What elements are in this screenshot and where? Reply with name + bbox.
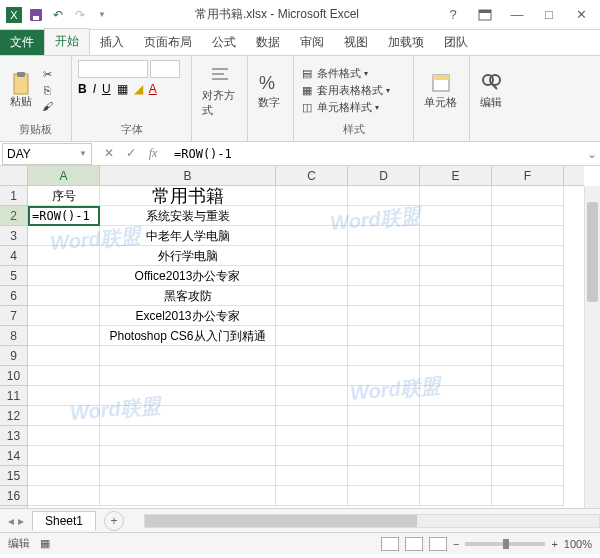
cell[interactable] [348,226,420,246]
cell[interactable] [492,346,564,366]
tab-home[interactable]: 开始 [44,28,90,55]
help-button[interactable]: ? [438,5,468,25]
macro-record-icon[interactable]: ▦ [40,537,50,550]
cell[interactable] [492,326,564,346]
cell[interactable] [492,286,564,306]
cell[interactable] [348,286,420,306]
row-header[interactable]: 13 [0,426,27,446]
cell[interactable] [492,426,564,446]
cell[interactable] [28,306,100,326]
add-sheet-button[interactable]: + [104,511,124,531]
cell[interactable] [348,326,420,346]
cell[interactable] [348,186,420,206]
cell[interactable] [348,206,420,226]
cell-styles-button[interactable]: ◫单元格样式▾ [300,100,390,115]
row-header[interactable]: 2 [0,206,27,226]
cut-icon[interactable]: ✂ [40,67,54,81]
cell[interactable] [492,266,564,286]
view-normal-button[interactable] [381,537,399,551]
number-button[interactable]: %数字 [254,71,284,112]
cell[interactable] [420,226,492,246]
cell[interactable] [420,266,492,286]
ribbon-options-button[interactable] [470,5,500,25]
cell[interactable] [276,366,348,386]
cell[interactable] [100,406,276,426]
row-header[interactable]: 8 [0,326,27,346]
format-painter-icon[interactable]: 🖌 [40,99,54,113]
tab-team[interactable]: 团队 [434,30,478,55]
cell[interactable]: Photoshop CS6从入门到精通 [100,326,276,346]
zoom-slider[interactable] [465,542,545,546]
font-name-select[interactable] [78,60,148,78]
row-header[interactable]: 5 [0,266,27,286]
cell[interactable] [420,286,492,306]
italic-button[interactable]: I [93,82,96,96]
formula-enter-button[interactable]: ✓ [122,146,140,161]
cell[interactable] [276,426,348,446]
cell[interactable] [276,226,348,246]
zoom-slider-thumb[interactable] [503,539,509,549]
cell[interactable] [348,426,420,446]
cell[interactable] [348,366,420,386]
cell[interactable] [276,306,348,326]
column-header[interactable]: B [100,166,276,185]
cell[interactable] [28,426,100,446]
tab-file[interactable]: 文件 [0,30,44,55]
table-format-button[interactable]: ▦套用表格格式▾ [300,83,390,98]
column-header[interactable]: A [28,166,100,185]
cell[interactable]: 序号 [28,186,100,206]
row-header[interactable]: 6 [0,286,27,306]
row-header[interactable]: 16 [0,486,27,506]
cell[interactable] [276,326,348,346]
cell[interactable] [420,426,492,446]
cell[interactable] [420,486,492,506]
scroll-thumb[interactable] [587,202,598,302]
cell[interactable] [276,346,348,366]
cell[interactable] [420,346,492,366]
underline-button[interactable]: U [102,82,111,96]
cell[interactable] [348,466,420,486]
cell[interactable] [492,306,564,326]
row-header[interactable]: 7 [0,306,27,326]
cell[interactable] [348,386,420,406]
cell[interactable] [276,266,348,286]
cell[interactable] [420,246,492,266]
sheet-tab-active[interactable]: Sheet1 [32,511,96,530]
cell[interactable] [28,246,100,266]
cell[interactable] [492,246,564,266]
row-header[interactable]: 12 [0,406,27,426]
bold-button[interactable]: B [78,82,87,96]
cell[interactable] [276,466,348,486]
cell[interactable] [28,366,100,386]
cell[interactable]: Excel2013办公专家 [100,306,276,326]
cell[interactable] [492,226,564,246]
row-header[interactable]: 11 [0,386,27,406]
sheet-nav-next-icon[interactable]: ▸ [18,514,24,528]
select-all-corner[interactable] [0,166,28,186]
cell[interactable] [492,406,564,426]
cell[interactable] [420,206,492,226]
column-header[interactable]: E [420,166,492,185]
name-box-dropdown-icon[interactable]: ▼ [79,149,87,158]
cell[interactable] [28,326,100,346]
row-header[interactable]: 14 [0,446,27,466]
cell[interactable] [420,306,492,326]
row-header[interactable]: 15 [0,466,27,486]
undo-icon[interactable]: ↶ [50,7,66,23]
tab-data[interactable]: 数据 [246,30,290,55]
cell[interactable] [28,466,100,486]
row-header[interactable]: 9 [0,346,27,366]
zoom-level[interactable]: 100% [564,538,592,550]
font-color-button[interactable]: A [149,82,157,96]
cell[interactable]: 黑客攻防 [100,286,276,306]
cell[interactable] [100,366,276,386]
tab-formulas[interactable]: 公式 [202,30,246,55]
cell[interactable] [276,386,348,406]
tab-insert[interactable]: 插入 [90,30,134,55]
cell[interactable] [492,446,564,466]
cell[interactable] [28,266,100,286]
horizontal-scrollbar[interactable] [144,514,600,528]
cell[interactable]: 常用书籍 [100,186,276,206]
cell[interactable] [276,246,348,266]
alignment-button[interactable]: 对齐方式 [198,64,241,120]
